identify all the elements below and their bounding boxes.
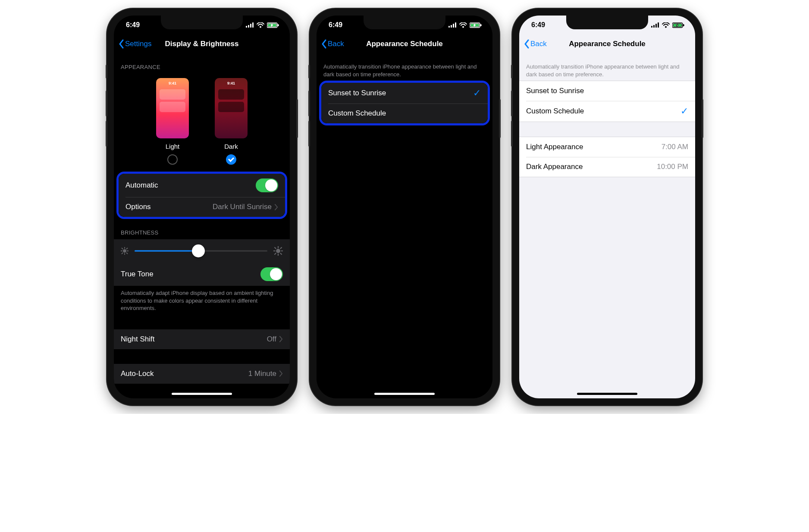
autolock-row[interactable]: Auto-Lock 1 Minute [114,364,290,384]
home-indicator[interactable] [374,393,435,395]
nav-bar: Back Appearance Schedule [519,34,695,53]
dark-appearance-row[interactable]: Dark Appearance 10:00 PM [519,157,695,177]
custom-label: Custom Schedule [526,107,584,116]
chevron-right-icon [279,336,283,342]
dark-appearance-label: Dark Appearance [526,163,583,171]
dark-appearance-time: 10:00 PM [657,163,688,171]
chevron-right-icon [274,204,278,210]
cellular-icon [246,22,254,28]
cellular-icon [651,22,659,28]
option-custom-schedule[interactable]: Custom Schedule ✓ [519,101,695,122]
chevron-right-icon [279,370,283,377]
schedule-intro: Automatically transition iPhone appearan… [317,53,492,81]
back-label: Back [530,40,547,48]
custom-times: Light Appearance 7:00 AM Dark Appearance… [519,137,695,177]
options-value: Dark Until Sunrise [213,203,272,211]
truetone-row[interactable]: True Tone [114,263,290,286]
back-label: Back [328,40,344,48]
brightness-slider[interactable] [135,247,267,255]
wifi-icon [459,22,467,28]
options-label: Options [125,203,151,211]
schedule-intro: Automatically transition iPhone appearan… [519,53,695,81]
status-icons [246,22,279,28]
automatic-group-highlight: Automatic Options Dark Until Sunrise [116,172,287,219]
sun-min-icon [121,247,129,255]
truetone-toggle[interactable] [260,267,283,281]
sunset-label: Sunset to Sunrise [328,89,386,97]
back-label: Settings [125,40,151,48]
phone-appearance-schedule-dark: 6:49 Back Appearance Schedule Automatica… [310,9,499,405]
nav-bar: Settings Display & Brightness [114,34,290,53]
options-row[interactable]: Options Dark Until Sunrise [119,197,285,217]
dark-thumbnail: 9:41 [215,78,248,138]
chevron-left-icon [524,39,530,49]
battery-icon [672,22,685,28]
home-indicator[interactable] [577,393,637,395]
automatic-toggle[interactable] [256,178,278,192]
status-icons [651,22,685,28]
nightshift-row[interactable]: Night Shift Off [114,329,290,349]
status-time: 6:49 [531,21,545,29]
home-indicator[interactable] [172,393,232,395]
back-button[interactable]: Back [524,39,547,49]
phone-display-brightness: 6:49 Settings Display & Brightness Appea… [107,9,297,405]
option-sunset-sunrise[interactable]: Sunset to Sunrise ✓ [321,83,488,103]
automatic-label: Automatic [125,181,158,190]
autolock-label: Auto-Lock [121,369,154,378]
sun-max-icon [273,246,283,256]
appearance-header: Appearance [114,53,290,74]
cellular-icon [448,22,457,28]
chevron-left-icon [321,39,327,49]
schedule-options-highlight: Sunset to Sunrise ✓ Custom Schedule [319,81,490,125]
option-custom-schedule[interactable]: Custom Schedule [321,103,488,123]
option-sunset-sunrise[interactable]: Sunset to Sunrise [519,81,695,101]
back-button[interactable]: Back [321,39,344,49]
light-appearance-row[interactable]: Light Appearance 7:00 AM [519,137,695,157]
status-icons [448,22,482,28]
truetone-label: True Tone [121,270,154,279]
back-button[interactable]: Settings [118,39,151,49]
nightshift-value: Off [267,335,276,344]
light-thumbnail: 9:41 [156,78,189,138]
wifi-icon [257,22,264,28]
dark-radio[interactable] [226,154,236,165]
brightness-header: Brightness [114,219,290,239]
light-radio[interactable] [167,154,178,165]
sunset-label: Sunset to Sunrise [526,87,584,95]
schedule-options: Sunset to Sunrise Custom Schedule ✓ [519,81,695,122]
nav-bar: Back Appearance Schedule [317,34,492,53]
light-appearance-time: 7:00 AM [662,143,688,151]
chevron-left-icon [118,39,124,49]
appearance-option-dark[interactable]: 9:41 Dark [215,78,248,165]
wifi-icon [662,22,670,28]
light-appearance-label: Light Appearance [526,143,583,151]
light-label: Light [166,143,180,150]
custom-label: Custom Schedule [328,109,386,118]
phone-appearance-schedule-light: 6:49 Back Appearance Schedule Automatica… [512,9,702,405]
battery-icon [267,22,279,28]
status-time: 6:49 [126,21,140,29]
status-time: 6:49 [329,21,342,29]
appearance-picker: 9:41 Light 9:41 Dark [114,74,290,172]
autolock-value: 1 Minute [248,369,276,378]
check-icon: ✓ [680,106,688,117]
truetone-footer: Automatically adapt iPhone display based… [114,286,290,315]
nightshift-label: Night Shift [121,335,154,344]
battery-icon [470,22,482,28]
dark-label: Dark [224,143,238,150]
check-icon: ✓ [473,88,481,99]
automatic-row[interactable]: Automatic [119,174,285,197]
brightness-slider-row [114,239,290,263]
appearance-option-light[interactable]: 9:41 Light [156,78,189,165]
